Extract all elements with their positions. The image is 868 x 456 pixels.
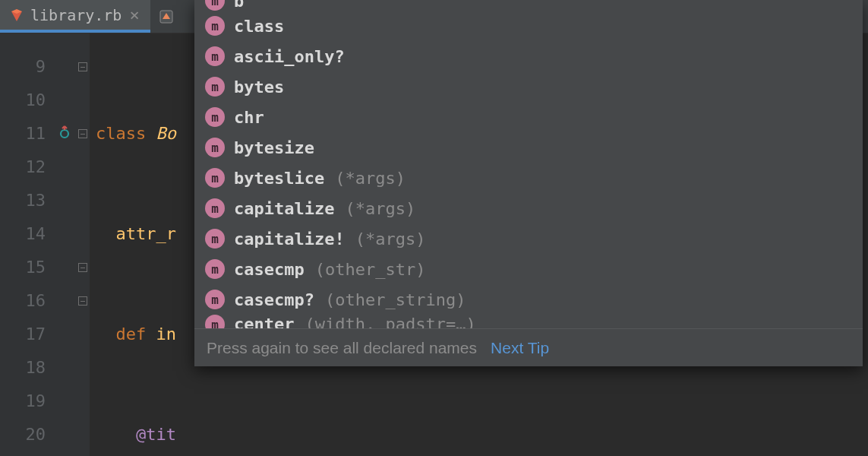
fold-toggle[interactable] — [78, 296, 87, 306]
completion-args: (other_string) — [325, 290, 466, 309]
completion-item[interactable]: mcenter(width, padstr=…) — [194, 315, 863, 328]
fold-strip — [76, 33, 90, 456]
completion-item[interactable]: mb — [194, 0, 863, 11]
method-badge-icon: m — [205, 168, 225, 188]
completion-popup: mbmclassmascii_only?mbytesmchrmbytesizem… — [194, 0, 863, 366]
method-badge-icon: m — [205, 46, 225, 66]
method-badge-icon: m — [205, 16, 225, 36]
line-number: 16 — [0, 284, 76, 318]
line-number: 19 — [0, 385, 76, 418]
line-number: 9 — [0, 50, 76, 84]
ruby-file-icon — [9, 8, 24, 23]
line-number: 10 — [0, 84, 76, 117]
completion-name: bytes — [234, 78, 284, 97]
method-badge-icon: m — [205, 0, 225, 11]
completion-name: chr — [234, 108, 264, 127]
completion-item[interactable]: mbytes — [194, 71, 863, 102]
completion-name: ascii_only? — [234, 47, 345, 66]
completion-name: b — [234, 0, 244, 11]
completion-name: casecmp — [234, 260, 305, 279]
method-badge-icon: m — [205, 259, 225, 279]
line-number: 13 — [0, 184, 76, 217]
completion-item[interactable]: mascii_only? — [194, 41, 863, 71]
completion-args: (width, padstr=…) — [305, 315, 475, 328]
method-badge-icon: m — [205, 198, 225, 218]
completion-item[interactable]: mclass — [194, 11, 863, 41]
line-number: 11 — [0, 117, 76, 150]
completion-list[interactable]: mbmclassmascii_only?mbytesmchrmbytesizem… — [194, 0, 863, 328]
method-badge-icon: m — [205, 107, 225, 127]
completion-item[interactable]: mcasecmp?(other_string) — [194, 284, 863, 315]
completion-args: (*args) — [335, 169, 406, 188]
completion-name: class — [234, 17, 284, 36]
fold-toggle[interactable] — [78, 263, 87, 272]
completion-item[interactable]: mbytesize — [194, 132, 863, 163]
tab-library-rb[interactable]: library.rb × — [0, 0, 150, 33]
completion-name: center — [234, 315, 294, 328]
completion-name: byteslice — [234, 169, 324, 188]
tab-scratch[interactable] — [150, 0, 182, 33]
close-icon[interactable]: × — [128, 7, 140, 24]
completion-item[interactable]: mcapitalize!(*args) — [194, 223, 863, 254]
line-number: 20 — [0, 418, 76, 451]
method-badge-icon: m — [205, 290, 225, 309]
completion-item[interactable]: mcasecmp(other_str) — [194, 254, 863, 284]
svg-point-3 — [61, 130, 68, 138]
tab-label: library.rb — [30, 6, 122, 24]
completion-name: bytesize — [234, 138, 314, 157]
completion-args: (*args) — [345, 199, 415, 218]
method-badge-icon: m — [205, 138, 225, 157]
line-number: 15 — [0, 251, 76, 284]
completion-hint: Press again to see all declared names — [207, 339, 477, 357]
line-number: 14 — [0, 217, 76, 251]
override-icon[interactable] — [58, 117, 71, 150]
completion-name: casecmp? — [234, 290, 314, 309]
completion-item[interactable]: mchr — [194, 102, 863, 132]
completion-args: (other_str) — [315, 260, 426, 279]
completion-name: capitalize — [234, 199, 334, 218]
method-badge-icon: m — [205, 315, 225, 328]
code-area[interactable]: class Bo attr_r def in @tit @aut @pub en… — [90, 33, 209, 456]
next-tip-link[interactable]: Next Tip — [491, 339, 549, 357]
gutter: 9 10 11 12 13 14 15 16 17 18 19 20 — [0, 33, 76, 456]
fold-toggle[interactable] — [78, 129, 87, 138]
completion-item[interactable]: mcapitalize(*args) — [194, 193, 863, 223]
completion-args: (*args) — [355, 230, 426, 249]
completion-name: capitalize! — [234, 230, 345, 249]
method-badge-icon: m — [205, 77, 225, 97]
method-badge-icon: m — [205, 229, 225, 249]
fold-toggle[interactable] — [78, 62, 87, 71]
line-number: 17 — [0, 318, 76, 351]
completion-item[interactable]: mbyteslice(*args) — [194, 163, 863, 193]
scratch-file-icon — [158, 8, 175, 25]
line-number: 12 — [0, 150, 76, 184]
line-number: 18 — [0, 351, 76, 385]
completion-footer: Press again to see all declared names Ne… — [194, 328, 863, 366]
